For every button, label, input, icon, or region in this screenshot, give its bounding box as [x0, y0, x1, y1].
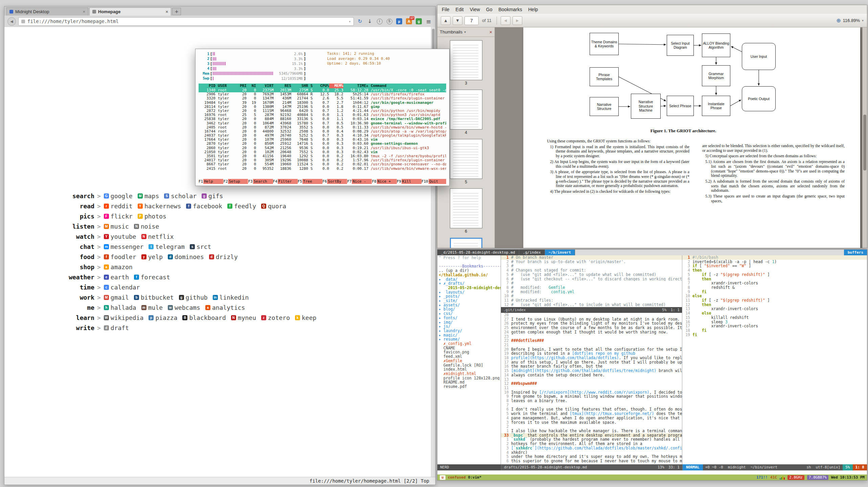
homepage-link-maps[interactable]: Mmaps [138, 192, 159, 200]
homepage-link-telegram[interactable]: ttelegram [149, 243, 185, 250]
column-header[interactable]: TIME+ [343, 84, 368, 88]
homepage-link-linkedin[interactable]: inlinkedin [213, 294, 249, 301]
process-row[interactable]: 1340root2002375M2013M275MS0.025.358:12.2… [199, 88, 446, 92]
tree-item[interactable]: ▸ css/ [437, 311, 501, 316]
process-row[interactable]: 3462tyler2001064M4396815780S0.70.510:36.… [199, 121, 446, 125]
tree-item[interactable]: ▸ _posts/ [437, 294, 501, 299]
extension-blue-icon[interactable]: µ [395, 18, 403, 25]
thumbnail-item[interactable] [450, 238, 482, 248]
fkey-f4[interactable]: F4Filter [273, 179, 298, 184]
process-row[interactable]: 2872tyler2001115M964686420S0.71.24:21.44… [199, 109, 446, 113]
zoom-icon[interactable]: ⊕ [836, 17, 841, 24]
shield-icon[interactable]: S [386, 18, 393, 25]
fkey-f2[interactable]: F2Setup [223, 179, 248, 184]
tab-midnight-desktop[interactable]: Midnight Desktop × [6, 7, 88, 16]
homepage-link-gifs[interactable]: ggifs [202, 192, 223, 200]
process-row[interactable]: 16744root20044800325322508S0.00.40:08.29… [199, 130, 446, 134]
process-row[interactable]: 2860tyler200542M212569536S0.00.30:19.21/… [199, 146, 446, 150]
tree-item[interactable]: ▸ _layouts/ [437, 290, 501, 295]
tree-item[interactable]: ✗_config.yml [437, 342, 501, 346]
process-row[interactable]: 25838tyler200884M8816033136S0.01.10:03.1… [199, 117, 446, 121]
extension-green-icon[interactable]: g [415, 18, 422, 25]
tree-item[interactable]: favicon.png [437, 350, 501, 354]
process-row[interactable]: 3501tyler20041156196401292S0.00.216:03.8… [199, 154, 446, 158]
process-row[interactable]: 24017tyler200305M1929610088S0.00.21:57.9… [199, 158, 446, 162]
tree-item[interactable]: index.html [437, 367, 501, 372]
thumbnail-item[interactable]: 3 [450, 40, 482, 90]
tree-item[interactable]: ----------Bookmarks---------- [437, 264, 501, 269]
process-row[interactable]: 2415root20095352188361280S0.00.20:00.17/… [199, 167, 446, 171]
homepage-link-webcams[interactable]: wwebcams [168, 304, 200, 311]
tree-item[interactable]: ✗Gemfile [437, 359, 501, 363]
tree-item[interactable]: ✗midnight.html [437, 372, 501, 376]
homepage-link-blackboard[interactable]: Bblackboard [182, 314, 226, 321]
homepage-link-gmail[interactable]: Mgmail [104, 294, 129, 301]
buffer-tab[interactable]: ~/b/invert [545, 250, 575, 255]
process-row[interactable]: 3320tyler2001347M436M21744S2.65.551:41.5… [199, 96, 446, 100]
tmux-window[interactable]: 0:vim* [468, 475, 482, 480]
homepage-link-github[interactable]: ggithub [179, 294, 208, 301]
fkey-f7[interactable]: F7Nice - [347, 179, 372, 184]
tree-item[interactable]: </thallada.github.io/ [437, 273, 501, 277]
column-header[interactable]: Command [368, 84, 446, 88]
fkey-f9[interactable]: F9Kill [397, 179, 421, 184]
column-header[interactable]: PID [199, 84, 215, 88]
column-header[interactable]: PRI [235, 84, 247, 88]
homepage-link-facebook[interactable]: ffacebook [186, 203, 222, 210]
homepage-link-srct[interactable]: ssrct [190, 243, 211, 250]
fkey-f10[interactable]: F10Quit [421, 179, 446, 184]
column-header[interactable]: MEM% [329, 84, 343, 88]
history-back-button[interactable]: ◀ [501, 16, 510, 25]
homepage-link-analytics[interactable]: aanalytics [205, 304, 245, 311]
homepage-link-keep[interactable]: kkeep [295, 314, 316, 321]
extension-badge-icon[interactable]: A17 [405, 18, 413, 25]
history-forward-button[interactable]: ▶ [512, 16, 522, 25]
tree-item[interactable]: CNAME [437, 346, 501, 350]
process-row[interactable]: 2906tyler2007692M1453M60864R12.518.25h25… [199, 92, 446, 96]
column-header[interactable]: RES [274, 84, 291, 88]
homepage-link-noise[interactable]: Nnoise [134, 223, 159, 230]
homepage-link-hackernews[interactable]: Yhackernews [138, 203, 181, 210]
process-row[interactable]: 8667tyler200554M1906011524S0.00.20:02.01… [199, 162, 446, 166]
tree-item[interactable]: ▸ magic/ [437, 333, 501, 338]
menu-edit[interactable]: Edit [453, 7, 467, 12]
process-row[interactable]: 24037tyler200497M267405252S0.70.34:10.34… [199, 134, 446, 138]
buffer-tab[interactable]: _d/2015-05-28-midnight-desktop.md [437, 250, 519, 255]
menu-file[interactable]: File [439, 7, 453, 12]
chevron-down-icon[interactable]: ▾ [349, 20, 351, 23]
menu-bookmarks[interactable]: Bookmarks [495, 7, 525, 12]
column-header[interactable]: S [308, 84, 315, 88]
homepage-link-myneu[interactable]: Nmyneu [231, 314, 256, 321]
column-header[interactable]: CPU% [315, 84, 329, 88]
tree-item[interactable]: profile_icon_128x128.png [437, 376, 501, 380]
homepage-link-google[interactable]: Ggoogle [104, 192, 133, 200]
homepage-link-flickr[interactable]: Fflickr [104, 213, 133, 220]
tree-item[interactable]: Gemfile.lock [RO] [437, 363, 501, 368]
tree-item[interactable]: ▸ _site/ [437, 299, 501, 303]
fkey-f8[interactable]: F8Nice + [372, 179, 396, 184]
tree-item[interactable]: ▸ img/ [437, 320, 501, 325]
process-row[interactable]: 21050tyler200102M206487552S0.00.30:02.43… [199, 150, 446, 154]
tree-item[interactable]: 2015-05-28-midnight-deskto [437, 286, 501, 290]
sidebar-dropdown-icon[interactable]: ▾ [464, 30, 466, 34]
tree-item[interactable]: resume.pdf [437, 385, 501, 389]
pdf-scrollbar[interactable] [862, 27, 867, 248]
process-row[interactable]: 2870tyler200856M2591214716S0.00.30:03.60… [199, 142, 446, 146]
menu-view[interactable]: View [467, 7, 483, 12]
homepage-link-youtube[interactable]: Yyoutube [104, 233, 136, 240]
thumbnail-item[interactable]: 4 [450, 90, 482, 139]
page-number-input[interactable]: 7 [464, 16, 479, 25]
homepage-link-messenger[interactable]: mmessenger [104, 243, 144, 250]
menu-go[interactable]: Go [483, 7, 496, 12]
homepage-link-piazza[interactable]: ppiazza [149, 314, 177, 321]
tree-item[interactable]: ▸ blog/ [437, 307, 501, 311]
homepage-link-forecast[interactable]: fforecast [134, 274, 170, 281]
homepage-link-draft[interactable]: ddraft [104, 324, 129, 331]
buffer-tab[interactable]: .g/index [519, 250, 545, 255]
menu-help[interactable]: Help [525, 7, 541, 12]
homepage-link-yelp[interactable]: yyelp [141, 253, 163, 260]
process-row[interactable]: 2405root200872M370243552S0.00.50:11.33/u… [199, 125, 446, 130]
download-button[interactable]: ↓ [366, 18, 373, 25]
fkey-f1[interactable]: F1Help [199, 179, 223, 184]
url-bar[interactable]: file:///home/tyler/homepage.html ▾ [18, 17, 354, 26]
